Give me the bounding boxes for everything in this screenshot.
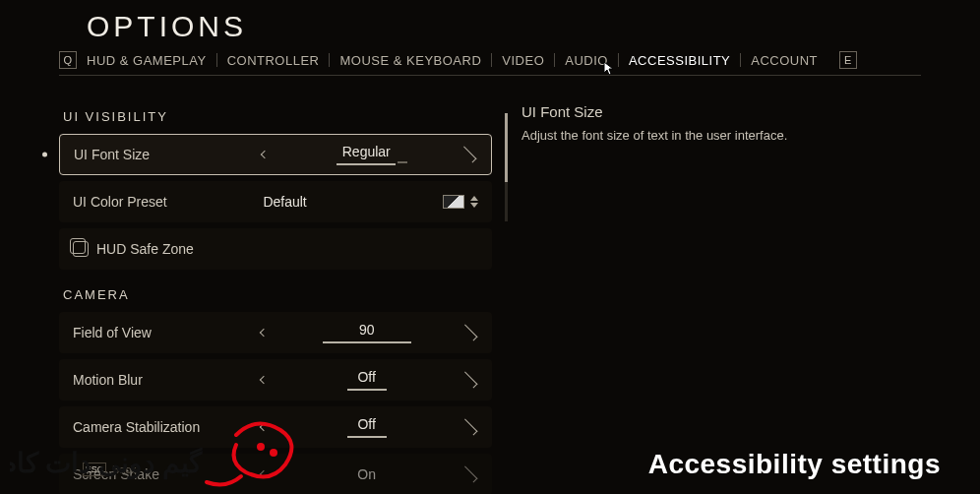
- detail-title: UI Font Size: [521, 103, 921, 120]
- row-label: UI Font Size: [74, 147, 256, 162]
- row-label: Camera Stabilization: [73, 419, 255, 435]
- prev-option-button[interactable]: [255, 377, 273, 383]
- next-option-button[interactable]: [460, 471, 478, 477]
- row-value: 90: [359, 322, 375, 338]
- tab-mouse-keyboard[interactable]: MOUSE & KEYBOARD: [339, 53, 481, 68]
- scrollbar[interactable]: [505, 113, 508, 221]
- esc-label: Back: [112, 463, 136, 475]
- chevron-right-icon: [460, 147, 477, 163]
- tab-controller[interactable]: CONTROLLER: [227, 53, 320, 68]
- next-option-button[interactable]: [459, 152, 477, 157]
- divider: [329, 53, 330, 67]
- row-hud-safe-zone[interactable]: HUD Safe Zone: [59, 228, 492, 270]
- row-label: HUD Safe Zone: [96, 241, 278, 257]
- chevron-up-icon: [470, 196, 478, 201]
- divider: [216, 53, 217, 67]
- row-ui-color-preset[interactable]: UI Color Preset Default: [59, 181, 492, 222]
- tab-video[interactable]: VIDEO: [502, 53, 544, 68]
- row-field-of-view[interactable]: Field of View 90: [59, 312, 492, 353]
- chevron-left-icon: [260, 329, 268, 337]
- next-tab-key[interactable]: E: [839, 51, 857, 69]
- divider: [554, 53, 555, 67]
- section-ui-visibility: UI VISIBILITY: [63, 109, 492, 124]
- row-value: Default: [263, 194, 306, 210]
- tab-account[interactable]: ACCOUNT: [751, 53, 818, 68]
- prev-option-button[interactable]: [255, 330, 273, 336]
- chevron-left-icon: [260, 423, 268, 431]
- chevron-right-icon: [461, 372, 478, 389]
- page-title: OPTIONS: [87, 10, 921, 43]
- row-ui-font-size[interactable]: UI Font Size Regular: [59, 134, 492, 175]
- chevron-down-icon: [470, 203, 478, 208]
- row-motion-blur[interactable]: Motion Blur Off: [59, 359, 492, 401]
- option-indicator: [347, 389, 387, 391]
- footer-hints: ESC Back: [83, 463, 136, 476]
- row-value: On: [357, 466, 376, 482]
- chevron-left-icon: [260, 376, 268, 384]
- tab-bar: Q HUD & GAMEPLAY CONTROLLER MOUSE & KEYB…: [59, 51, 921, 76]
- value-stepper[interactable]: [470, 196, 478, 208]
- prev-option-button[interactable]: [255, 471, 273, 477]
- chevron-left-icon: [260, 151, 268, 158]
- row-label: UI Color Preset: [73, 194, 255, 210]
- setting-description-panel: UI Font Size Adjust the font size of tex…: [521, 99, 921, 494]
- row-value: Off: [357, 416, 375, 432]
- color-swatch-icon: [443, 195, 464, 209]
- safe-zone-icon: [73, 241, 89, 257]
- option-indicator: [323, 341, 411, 343]
- divider: [491, 53, 492, 67]
- next-option-button[interactable]: [460, 424, 478, 430]
- tab-audio[interactable]: AUDIO: [565, 53, 608, 68]
- next-option-button[interactable]: [460, 330, 478, 336]
- row-camera-stabilization[interactable]: Camera Stabilization Off: [59, 406, 492, 448]
- option-indicator: [337, 163, 396, 165]
- option-indicator: [347, 436, 387, 438]
- row-value: Off: [357, 369, 375, 385]
- prev-option-button[interactable]: [256, 152, 274, 157]
- chevron-right-icon: [461, 325, 478, 341]
- next-option-button[interactable]: [460, 377, 478, 383]
- chevron-right-icon: [461, 419, 478, 436]
- detail-description: Adjust the font size of text in the user…: [521, 128, 921, 143]
- settings-list: UI VISIBILITY UI Font Size Regular UI Co…: [59, 99, 492, 494]
- chevron-left-icon: [260, 470, 268, 478]
- esc-key[interactable]: ESC: [83, 463, 106, 476]
- chevron-right-icon: [461, 466, 478, 483]
- tab-hud-gameplay[interactable]: HUD & GAMEPLAY: [87, 53, 207, 68]
- prev-tab-key[interactable]: Q: [59, 51, 77, 69]
- row-value: Regular: [342, 144, 391, 159]
- prev-option-button[interactable]: [255, 424, 273, 430]
- tab-accessibility[interactable]: ACCESSIBILITY: [629, 53, 730, 68]
- row-label: Field of View: [73, 325, 255, 340]
- divider: [618, 53, 619, 67]
- row-label: Motion Blur: [73, 372, 255, 388]
- section-camera: CAMERA: [63, 287, 492, 302]
- caption-overlay: Accessibility settings: [648, 449, 941, 480]
- divider: [740, 53, 741, 67]
